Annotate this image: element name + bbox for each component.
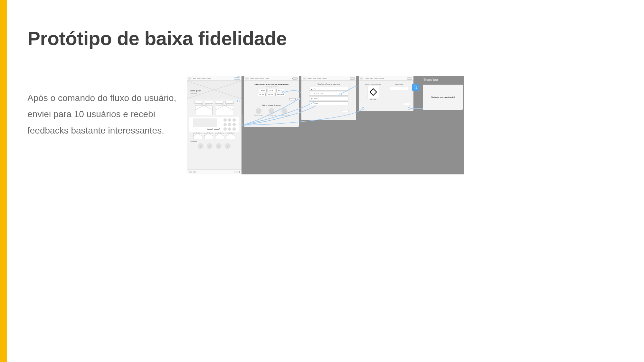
card-icon: ▭ xyxy=(311,93,313,95)
wireframe-landing: MenuSobreGaleriaContato Loren Ipsun Lore… xyxy=(187,76,242,174)
qr-done-button xyxy=(404,103,410,105)
topbar: PáginaSobreGaleriaContato xyxy=(359,76,413,81)
payment-continue-button xyxy=(342,110,348,112)
alt-opt-2: Seja voluntário(a) xyxy=(267,115,276,116)
code-instructions: Copie o código xyxy=(388,83,410,85)
barcode-icon: ┃┃┃ xyxy=(311,97,313,100)
payopt-paypal: PPayPal xyxy=(309,101,348,105)
topbar: MenuSobreGaleriaContato xyxy=(187,76,242,81)
topbar: PáginaSobreGaleriaContato xyxy=(244,76,299,81)
slide: Protótipo de baixa fidelidade Após o com… xyxy=(0,0,644,362)
amount-50: R$ 50 xyxy=(276,89,284,92)
donation-sub: Doe qualquer valor xyxy=(244,86,299,88)
prototype-canvas: MenuSobreGaleriaContato Loren Ipsun Lore… xyxy=(187,76,464,174)
slide-title: Protótipo de baixa fidelidade xyxy=(27,27,287,50)
alt-opt-1: Mascote solidário xyxy=(254,115,263,116)
alt-heading: Outras formas de apoiar xyxy=(244,104,299,106)
amount-100: R$ 100 xyxy=(258,93,266,96)
qr-code-icon xyxy=(367,86,379,98)
wireframe-payment-method: PáginaSobreGaleriaContato Escolha uma fo… xyxy=(301,76,356,120)
hero-banner: Loren Ipsun Loren Ipsun xyxy=(187,81,242,99)
amount-150: R$ 150 xyxy=(267,93,274,96)
thankyou-text: Obrigado por sua doação! xyxy=(431,96,455,98)
donate-continue-button xyxy=(289,98,296,100)
payment-heading: Escolha uma forma de pagamento xyxy=(309,83,348,85)
accent-bar xyxy=(0,0,7,362)
paypal-icon: P xyxy=(311,102,313,105)
qr-caption: QR CODE xyxy=(362,99,384,100)
wireframe-thankyou: Obrigado por sua doação! xyxy=(423,85,463,110)
amount-15: R$ 15 xyxy=(259,89,267,92)
slide-body: Após o comando do fluxo do usuário, envi… xyxy=(27,90,179,139)
payopt-boleto: ┃┃┃Boleto xyxy=(309,97,348,100)
cursor-play-icon xyxy=(413,85,418,90)
payopt-card: ▭Cartão de crédito xyxy=(309,92,348,96)
topbar: PáginaSobreGaleriaContato xyxy=(301,76,356,81)
pix-icon: ◆ xyxy=(311,88,313,90)
payopt-pix: ◆Pix xyxy=(309,87,348,91)
donation-heading: Sua contribuição é muito importante! xyxy=(244,83,299,85)
wireframe-donation-amount: PáginaSobreGaleriaContato Sua contribuiç… xyxy=(244,76,299,127)
wireframe-qr-code: PáginaSobreGaleriaContato Aponte a câmer… xyxy=(359,76,413,111)
amount-other: Outro valor xyxy=(275,93,285,96)
alt-opt-3: Assinatura mensal xyxy=(280,115,289,116)
thankyou-frame-label: ThankYou xyxy=(423,78,438,82)
hero-title: Loren Ipsun xyxy=(190,90,201,92)
code-field xyxy=(390,87,408,90)
prototype-interaction-badge xyxy=(412,84,419,91)
qr-instructions: Aponte a câmera do celular xyxy=(362,83,384,85)
hero-subtitle: Loren Ipsun xyxy=(190,93,197,94)
amount-30: R$ 30 xyxy=(268,89,275,92)
